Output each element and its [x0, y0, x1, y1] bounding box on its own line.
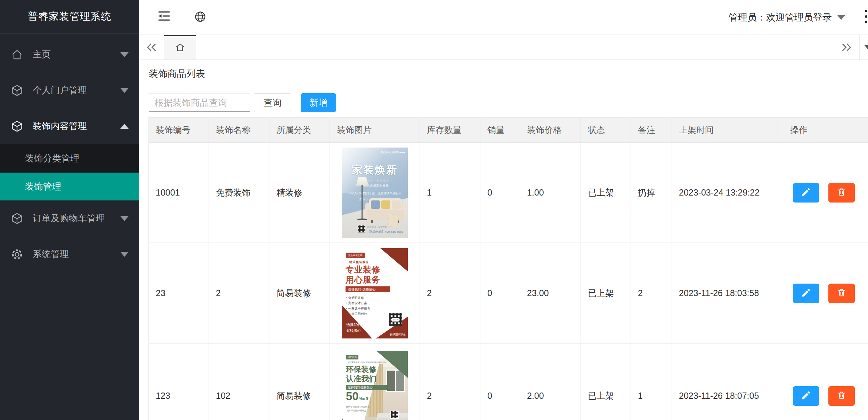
delete-button[interactable]	[828, 284, 855, 303]
poster-corner-text: 匠心家装 焕新季 ◀◀◀	[381, 151, 405, 154]
tab-home[interactable]	[164, 35, 196, 60]
cell-image: 绿色环保 一站式家装装修 LOOK FOR US DECORATION 环保装修…	[330, 344, 420, 420]
tab-options-button[interactable]	[860, 35, 868, 60]
sidebar-item-decoration-category[interactable]: 装饰分类管理	[0, 144, 139, 173]
poster-tag: 品质家装公司	[346, 253, 365, 258]
qr-code	[390, 411, 399, 419]
tabs-scroll-left-button[interactable]	[139, 35, 164, 60]
cube-icon	[10, 212, 24, 225]
delete-button[interactable]	[828, 386, 855, 406]
cube-icon	[10, 84, 24, 97]
decoration-content-submenu: 装饰分类管理 装饰管理	[0, 144, 139, 200]
main-content: 装饰商品列表 查询 新增 装饰编号 装饰名称 所属分类 装饰图片 库存数量 销量…	[139, 60, 868, 420]
sidebar-item-decoration-content[interactable]: 装饰内容管理	[0, 108, 139, 144]
user-menu[interactable]: 管理员：欢迎管理员登录	[729, 0, 845, 35]
cell-status: 已上架	[581, 344, 631, 420]
poster-title-line: 环保装修	[346, 365, 376, 374]
sidebar-item-label: 个人门户管理	[33, 84, 87, 96]
poster-subtitle: 一站式整装服务	[346, 260, 369, 264]
column-header-remark: 备注	[631, 118, 672, 143]
poster-notes: 预约咨询再送1万元软装 （前30名额外赠饰品）	[346, 405, 370, 412]
chevron-down-icon	[120, 88, 129, 93]
cell-decoration-id: 23	[149, 243, 209, 344]
cell-stock: 2	[420, 344, 480, 420]
edit-button[interactable]	[793, 183, 819, 203]
sofa-cushion	[381, 200, 390, 209]
cell-remark: 扔掉	[631, 143, 672, 243]
discount-unit: %off	[359, 396, 368, 401]
sidebar-item-label: 装饰管理	[25, 181, 61, 193]
floor-lamp-base	[357, 219, 367, 220]
sidebar-menu: 主页 个人门户管理 装饰内容管理 装饰分类管理 装饰管理	[0, 34, 139, 272]
cell-listed-time: 2023-11-26 18:03:58	[672, 243, 783, 344]
sidebar-item-label: 装饰分类管理	[25, 152, 79, 165]
poster-title-line: 用心服务	[346, 275, 380, 285]
sofa-cushion	[392, 200, 401, 209]
search-input[interactable]	[149, 94, 250, 112]
cell-listed-time: 2023-11-26 18:07:05	[672, 344, 783, 420]
cell-image: 品质家装公司 一站式整装服务 专业装修 用心服务 选择我们·选择放心 全透明装修…	[330, 243, 420, 344]
sidebar-item-home[interactable]: 主页	[0, 37, 139, 72]
add-button[interactable]: 新增	[301, 93, 336, 112]
more-actions-icon[interactable]	[865, 10, 867, 23]
gear-icon	[10, 248, 24, 261]
sidebar-item-system[interactable]: 系统管理	[0, 236, 139, 272]
cell-stock: 2	[420, 243, 480, 344]
cell-remark: 1	[631, 344, 672, 420]
poster-bullet: 先施工后付款	[346, 311, 370, 317]
poster-footer-line: 省钱省心	[346, 328, 361, 334]
cell-price: 2.00	[520, 344, 581, 420]
globe-icon[interactable]	[194, 10, 206, 23]
delete-button[interactable]	[828, 183, 855, 203]
column-header-listed-time: 上架时间	[672, 118, 783, 143]
header-bar: 管理员：欢迎管理员登录	[139, 0, 868, 35]
poster-title: 专业装修 用心服务	[346, 264, 380, 285]
products-table: 装饰编号 装饰名称 所属分类 装饰图片 库存数量 销量 装饰价格 状态 备注 上…	[148, 117, 868, 420]
cell-sales: 0	[480, 243, 520, 344]
column-header-status: 状态	[581, 118, 631, 143]
sidebar-item-decoration-management[interactable]: 装饰管理	[0, 173, 139, 200]
leaning-pillow	[387, 213, 399, 228]
poster-tag: 绿色环保	[346, 355, 358, 359]
chevron-down-icon	[120, 252, 129, 257]
sofa-leg	[371, 220, 373, 223]
cell-category: 简易装修	[269, 344, 330, 420]
edit-button[interactable]	[793, 386, 819, 406]
poster-note-line: 预约咨询再送1万元软装	[346, 405, 370, 409]
sidebar-item-orders-cart[interactable]: 订单及购物车管理	[0, 200, 139, 236]
edit-button[interactable]	[793, 284, 819, 303]
column-header-image: 装饰图片	[330, 118, 420, 143]
collapse-sidebar-button[interactable]	[158, 10, 170, 22]
tabs-scroll-right-button[interactable]	[833, 35, 859, 60]
cell-decoration-name: 2	[209, 243, 269, 344]
poster-footer-line: 选择我们	[346, 322, 361, 328]
poster-title-line: 认准我们	[346, 374, 376, 383]
tab-bar	[139, 35, 868, 60]
tab-bar-right-controls	[833, 35, 868, 60]
poster-subtitle: 一站式家装装修 LOOK FOR US DECORATION	[346, 361, 386, 364]
poster-tags: 匠心服务 · 品质保障	[342, 179, 408, 183]
cell-remark: 2	[631, 243, 672, 344]
sidebar: 普睿家装管理系统 主页 个人门户管理 装饰内容管理 装饰分类管理	[0, 0, 139, 420]
poster-note-line: （前30名额外赠饰品）	[346, 409, 370, 412]
floor-lamp-pole	[362, 185, 363, 219]
app-title: 普睿家装管理系统	[0, 0, 139, 34]
sidebar-item-personal-portal[interactable]: 个人门户管理	[0, 72, 139, 108]
trash-icon	[837, 187, 846, 198]
home-icon	[10, 48, 24, 61]
column-header-stock: 库存数量	[420, 118, 480, 143]
column-header-decoration-name: 装饰名称	[209, 118, 269, 143]
poster-bullet: 一条龙全程服务	[346, 306, 370, 312]
pencil-icon	[801, 187, 811, 198]
cell-category: 精装修	[269, 143, 330, 243]
cell-price: 23.00	[520, 243, 581, 344]
column-header-actions: 操作	[783, 118, 868, 143]
user-menu-label: 管理员：欢迎管理员登录	[729, 11, 832, 24]
column-header-decoration-id: 装饰编号	[149, 118, 209, 143]
poster-banner: 选择我们·选择放心	[346, 286, 390, 292]
home-tab-icon	[175, 42, 186, 54]
query-button[interactable]: 查询	[254, 93, 291, 112]
cell-image: 匠心家装 焕新季 ◀◀◀ 家装焕新 匠心服务 · 品质保障 一站式全屋定制服务 …	[330, 143, 420, 243]
poster-scan-text: 扫码预约下单	[390, 333, 406, 336]
column-header-sales: 销量	[480, 118, 520, 143]
